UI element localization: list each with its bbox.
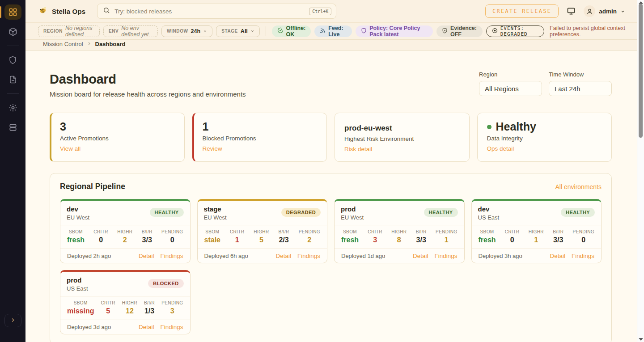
rss-icon [320,28,326,35]
display-mode-button[interactable] [567,7,576,16]
stat-value: 1 [230,236,245,244]
top-bar: Stella Ops Try: blocked releases Ctrl+K … [25,0,637,22]
stat-label: HIGHR [391,229,407,234]
shield-icon [361,28,367,35]
global-search-input[interactable]: Try: blocked releases Ctrl+K [97,4,336,19]
sidebar-item-dashboard[interactable] [4,4,21,20]
shield-icon [8,56,17,64]
sidebar-divider [7,332,19,332]
stat-value: fresh [341,236,359,244]
stat-label: CRITR [230,229,245,234]
findings-link[interactable]: Findings [434,253,457,259]
stat-label: SBOM [479,229,496,234]
vertical-scrollbar[interactable] [637,0,644,342]
package-icon [8,27,17,36]
app-root: Stella Ops Try: blocked releases Ctrl+K … [0,0,644,342]
regional-pipeline-panel: Regional Pipeline All environments dev E… [50,173,612,342]
stat-value: 3 [368,236,382,244]
window-filter-value: 24h [191,28,201,34]
all-environments-link[interactable]: All environments [555,183,602,190]
stat-value: 0 [93,236,108,244]
stat-label: PENDING [436,229,457,234]
stat-value: fresh [479,236,496,244]
env-region: EU West [341,214,364,221]
view-all-link[interactable]: View all [60,145,80,152]
findings-link[interactable]: Findings [572,253,594,259]
detail-link[interactable]: Detail [413,253,428,259]
stat-label: PENDING [573,229,594,234]
sidebar-expand-button[interactable] [4,314,21,327]
findings-link[interactable]: Findings [160,324,183,330]
sidebar-item-policy[interactable] [4,52,21,68]
stat-value: 3/3 [142,236,153,244]
status-badge: DEGRADED [281,208,321,217]
pipeline-card: prod US East BLOCKED SBOMmissing CRITR5 … [60,270,191,334]
detail-link[interactable]: Detail [550,253,565,259]
events-status-label: EVENTS: DEGRADED [500,25,538,37]
stat-value: 0 [505,236,520,244]
scrollbar-down-arrow-icon[interactable] [639,338,643,341]
region-filter[interactable]: REGION No regions defined [38,25,100,37]
search-placeholder: Try: blocked releases [114,8,305,15]
stat-label: PENDING [161,229,183,234]
findings-link[interactable]: Findings [160,253,183,259]
shield-x-icon [442,28,448,35]
stat-value: 2 [117,236,132,244]
sidebar-item-infrastructure[interactable] [4,120,21,135]
active-indicator [0,6,1,18]
detail-link[interactable]: Detail [139,253,154,259]
breadcrumb: Mission Control Dashboard [25,40,637,51]
stat-value: 3/3 [553,236,564,244]
user-name: admin [599,8,617,15]
chevron-down-icon [250,29,254,33]
detail-link[interactable]: Detail [275,253,291,259]
sidebar-item-settings[interactable] [4,100,21,115]
page-subtitle: Mission board for release health across … [50,90,246,98]
window-filter-label: WINDOW [167,29,188,34]
summary-card-data-integrity: Healthy Data Integrity Ops detail [477,113,612,162]
stat-value: 3/3 [416,236,427,244]
summary-cards-row: 3 Active Promotions View all 1 Blocked P… [50,113,612,162]
brand-name: Stella Ops [52,8,85,15]
sidebar-divider [7,93,19,94]
context-alert-text: Failed to persist global context prefere… [550,25,630,38]
sidebar-item-releases[interactable] [4,24,21,39]
feed-status-pill[interactable]: Feed: Live [314,25,352,37]
env-filter[interactable]: ENV No env defined yet [103,25,158,37]
stat-label: HIGHR [529,229,544,234]
window-filter-dropdown[interactable]: WINDOW 24h [161,25,212,37]
evidence-status-pill[interactable]: Evidence: OFF [436,25,483,37]
time-window-select[interactable]: Last 24h [549,81,612,96]
ops-detail-link[interactable]: Ops detail [487,145,514,152]
risk-detail-link[interactable]: Risk detail [344,146,372,152]
stat-value: 5 [254,236,269,244]
summary-label: Active Promotions [60,135,175,142]
env-filter-label: ENV [109,29,119,34]
stat-label: B/I/R [144,300,155,305]
deployed-text: Deployed 2h ago [67,253,111,259]
summary-label: Blocked Promotions [203,135,318,142]
events-status-pill[interactable]: EVENTS: DEGRADED [486,25,544,37]
breadcrumb-parent[interactable]: Mission Control [43,41,83,47]
sidebar-item-evidence[interactable] [4,72,21,87]
stat-value: 0 [573,236,594,244]
detail-link[interactable]: Detail [139,324,154,330]
server-stack-icon [8,123,17,132]
bee-logo-icon [38,5,48,17]
create-release-button[interactable]: CREATE RELEASE [485,4,559,18]
region-select[interactable]: All Regions [479,81,542,96]
user-menu[interactable]: admin [584,5,625,17]
summary-card-blocked-promotions: 1 Blocked Promotions Review [192,113,327,162]
brand: Stella Ops [38,5,85,17]
offline-status-pill[interactable]: Offline: OK [272,25,311,37]
policy-status-pill[interactable]: Policy: Core Policy Pack latest [356,25,433,37]
stat-label: SBOM [204,229,220,234]
summary-value: 1 [203,121,318,133]
status-badge: HEALTHY [424,208,458,217]
scrollbar-thumb[interactable] [639,4,643,138]
stage-filter-dropdown[interactable]: STAGE All [216,25,260,37]
stat-label: CRITR [101,300,115,305]
findings-link[interactable]: Findings [297,253,320,259]
review-link[interactable]: Review [203,145,222,152]
deployed-text: Deployed 3d ago [67,324,111,330]
